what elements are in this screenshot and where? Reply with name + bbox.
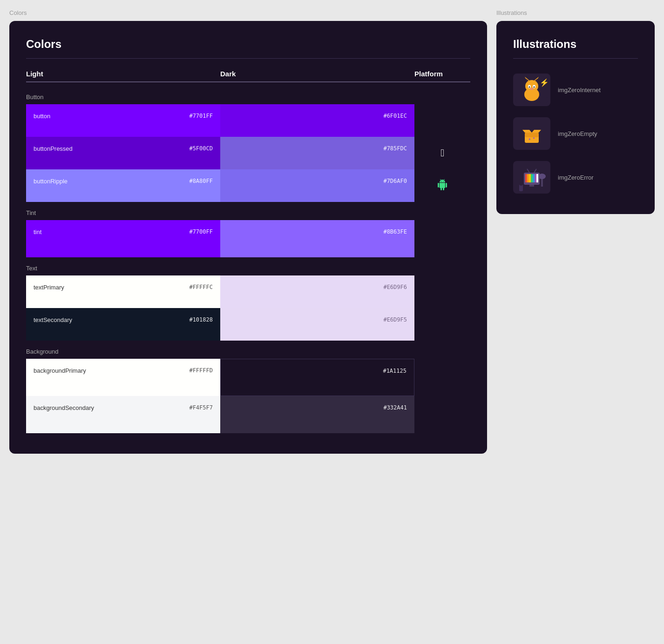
background-section: backgroundPrimary #FFFFFD #1A1125 backgr… [26,359,470,433]
button-light-label: button [34,113,50,120]
col-light: Light [26,70,220,82]
tint-section: tint #7700FF #8B63FE [26,220,470,257]
buttonripple-platform-cell [414,169,470,202]
category-background: Background [26,348,470,355]
button-section: button #7701FF button #6F01EC buttonPres… [26,104,470,202]
colors-panel: Colors Light Dark Platform Button button… [9,21,487,454]
color-row-textsecondary: textSecondary #101828 #E6D9F5 [26,308,470,341]
buttonpressed-light-hex: #5F00CD [189,145,213,152]
color-row-tint: tint #7700FF #8B63FE [26,220,470,257]
illustration-thumb-error [513,161,550,194]
color-row-bgprimary: backgroundPrimary #FFFFFD #1A1125 [26,359,470,396]
tint-light-hex: #7700FF [189,228,213,235]
svg-line-32 [527,169,529,173]
illustration-item-empty: ✦ ✦ imgZeroEmpty [513,114,638,154]
tint-dark-hex: #8B63FE [383,228,407,235]
textsecondary-light-label: textSecondary [34,316,72,323]
svg-text:✦: ✦ [533,137,535,140]
category-text: Text [26,265,470,272]
svg-point-35 [538,174,546,179]
color-row-textprimary: textPrimary #FFFFFC #E6D9F6 [26,275,470,308]
svg-rect-27 [529,174,531,182]
color-row-buttonpressed: buttonPressed #5F00CD #785FDC  [26,137,470,169]
colors-panel-title: Colors [26,38,470,51]
page-layout: Colors Colors Light Dark Platform Button… [9,9,655,454]
illustration-list: ⚡ imgZeroInternet [513,70,638,197]
bgprimary-light-hex: #FFFFFD [189,367,213,374]
android-icon [437,179,448,193]
illustration-name-error: imgZeroError [558,174,594,181]
bgsecondary-dark-hex: #332A41 [383,404,407,411]
button-dark-cell: button #6F01EC [220,104,414,137]
button-dark-hex: #6F01EC [383,113,407,119]
col-platform: Platform [414,70,470,82]
textprimary-dark-hex: #E6D9F6 [383,284,407,290]
textprimary-light-label: textPrimary [34,284,64,291]
button-light-hex: #7701FF [189,113,213,119]
svg-rect-28 [531,174,533,182]
svg-point-13 [539,96,548,104]
colors-section-label: Colors [9,9,487,16]
col-dark: Dark [220,70,414,82]
svg-text:⚡: ⚡ [540,78,548,87]
buttonripple-light-hex: #8A80FF [189,178,213,184]
category-button: Button [26,94,470,101]
svg-text:✦: ✦ [528,137,531,141]
tint-light-label: tint [34,228,41,235]
buttonripple-dark-hex: #7D6AF0 [383,178,407,184]
illustration-name-empty: imgZeroEmpty [558,130,597,137]
textsecondary-light-cell: textSecondary #101828 [26,308,220,341]
textprimary-dark-cell: #E6D9F6 [220,275,414,308]
buttonripple-dark-cell: #7D6AF0 [220,169,414,202]
svg-point-9 [534,87,535,88]
bgprimary-light-label: backgroundPrimary [34,367,86,374]
bgsecondary-light-label: backgroundSecondary [34,404,94,411]
color-row-bgsecondary: backgroundSecondary #F4F5F7 #332A41 [26,396,470,433]
illustrations-section-label: Illustrations [496,9,655,16]
illustration-item-internet: ⚡ imgZeroInternet [513,70,638,110]
illustration-item-error: imgZeroError [513,157,638,197]
svg-point-10 [530,88,534,90]
colors-section: Colors Colors Light Dark Platform Button… [9,9,487,454]
bgsecondary-dark-cell: #332A41 [220,396,414,433]
svg-rect-30 [535,174,536,182]
textprimary-light-cell: textPrimary #FFFFFC [26,275,220,308]
illustrations-panel-title: Illustrations [513,38,638,51]
svg-point-37 [519,178,523,186]
textsecondary-dark-cell: #E6D9F5 [220,308,414,341]
svg-rect-20 [520,187,543,190]
colors-divider [26,58,470,59]
bgprimary-dark-cell: #1A1125 [220,359,414,396]
textsecondary-platform-cell [414,308,470,341]
svg-rect-29 [533,174,535,182]
bgsecondary-light-cell: backgroundSecondary #F4F5F7 [26,396,220,433]
textprimary-platform-cell [414,275,470,308]
illustrations-panel: Illustrations [496,21,655,214]
svg-point-8 [529,87,530,88]
bgsecondary-platform-cell [414,396,470,433]
textsecondary-light-hex: #101828 [189,316,213,323]
illustrations-section: Illustrations Illustrations [496,9,655,214]
text-section: textPrimary #FFFFFC #E6D9F6 textSecondar… [26,275,470,341]
svg-rect-25 [525,174,527,182]
tint-light-cell: tint #7700FF [26,220,220,257]
svg-rect-31 [536,174,538,182]
buttonripple-light-label: buttonRipple [34,178,68,185]
apple-icon:  [440,147,444,159]
textsecondary-dark-hex: #E6D9F5 [383,316,407,323]
tint-dark-cell: #8B63FE [220,220,414,257]
bgprimary-platform-cell [414,359,470,396]
illustration-name-internet: imgZeroInternet [558,87,601,94]
column-headers: Light Dark Platform [26,70,470,82]
bgsecondary-light-hex: #F4F5F7 [189,404,213,411]
bgprimary-light-cell: backgroundPrimary #FFFFFD [26,359,220,396]
color-row-buttonripple: buttonRipple #8A80FF #7D6AF0 [26,169,470,202]
svg-rect-26 [527,174,529,182]
button-light-cell: button #7701FF [26,104,220,137]
category-tint: Tint [26,209,470,216]
buttonpressed-light-label: buttonPressed [34,145,73,152]
buttonpressed-light-cell: buttonPressed #5F00CD [26,137,220,169]
illustration-thumb-empty: ✦ ✦ [513,117,550,150]
tint-platform-cell [414,220,470,257]
svg-rect-17 [525,133,539,137]
